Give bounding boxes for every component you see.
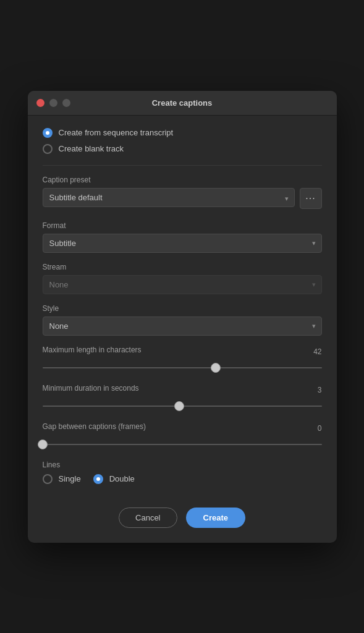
lines-double-label: Double xyxy=(109,474,135,483)
radio-blank[interactable] xyxy=(43,144,53,154)
title-bar: Create captions xyxy=(28,91,337,116)
close-button[interactable] xyxy=(36,99,44,107)
min-duration-thumb[interactable] xyxy=(174,401,184,411)
source-sequence-label: Create from sequence transcript xyxy=(59,128,174,137)
min-duration-track xyxy=(43,406,322,407)
gap-label: Gap between captions (frames) xyxy=(43,422,146,431)
min-duration-label: Minimum duration in seconds xyxy=(43,384,139,393)
gap-header: Gap between captions (frames) 0 xyxy=(43,422,322,435)
minimize-button[interactable] xyxy=(49,99,57,107)
gap-slider-container xyxy=(43,438,322,451)
lines-single-label: Single xyxy=(59,474,81,483)
format-select[interactable]: Subtitle xyxy=(43,234,322,253)
style-label: Style xyxy=(43,304,322,313)
lines-double-option[interactable]: Double xyxy=(93,474,135,484)
style-group: Style None ▾ xyxy=(43,304,322,336)
max-length-thumb[interactable] xyxy=(211,363,221,373)
dialog-title: Create captions xyxy=(152,98,213,108)
max-length-group: Maximum length in characters 42 xyxy=(43,346,322,374)
style-select-wrapper: None ▾ xyxy=(43,316,322,336)
gap-value: 0 xyxy=(318,424,322,433)
format-label: Format xyxy=(43,221,322,230)
caption-preset-group: Caption preset Subtitle default ▾ ··· xyxy=(43,176,322,209)
max-length-value: 42 xyxy=(313,347,321,356)
caption-preset-label: Caption preset xyxy=(43,176,322,184)
maximize-button[interactable] xyxy=(62,99,70,107)
divider-1 xyxy=(43,165,322,166)
lines-section: Lines Single Double xyxy=(43,461,322,490)
max-length-label: Maximum length in characters xyxy=(43,346,142,354)
lines-options: Single Double xyxy=(43,474,322,490)
stream-select[interactable]: None xyxy=(43,275,322,294)
window-controls xyxy=(36,99,70,107)
min-duration-header: Minimum duration in seconds 3 xyxy=(43,384,322,396)
gap-group: Gap between captions (frames) 0 xyxy=(43,422,322,451)
source-blank-label: Create blank track xyxy=(59,144,124,153)
format-select-wrapper: Subtitle ▾ xyxy=(43,234,322,253)
create-captions-dialog: Create captions Create from sequence tra… xyxy=(28,91,337,543)
max-length-slider-container xyxy=(43,362,322,374)
source-option-sequence[interactable]: Create from sequence transcript xyxy=(43,128,322,138)
stream-group: Stream None ▾ xyxy=(43,263,322,294)
stream-label: Stream xyxy=(43,263,322,271)
gap-thumb[interactable] xyxy=(38,440,48,449)
radio-sequence[interactable] xyxy=(43,128,53,138)
source-option-blank[interactable]: Create blank track xyxy=(43,144,322,154)
max-length-header: Maximum length in characters 42 xyxy=(43,346,322,358)
min-duration-group: Minimum duration in seconds 3 xyxy=(43,384,322,412)
radio-single[interactable] xyxy=(43,474,53,484)
min-duration-slider-container xyxy=(43,400,322,412)
preset-select-wrapper: Subtitle default ▾ xyxy=(43,188,295,209)
buttons-row: Cancel Create xyxy=(43,508,322,528)
caption-preset-select[interactable]: Subtitle default xyxy=(43,188,295,207)
source-radio-group: Create from sequence transcript Create b… xyxy=(43,128,322,154)
max-length-track xyxy=(43,367,322,368)
min-duration-value: 3 xyxy=(318,386,322,394)
style-select[interactable]: None xyxy=(43,316,322,336)
lines-label: Lines xyxy=(43,461,322,469)
format-group: Format Subtitle ▾ xyxy=(43,221,322,253)
create-button[interactable]: Create xyxy=(186,508,245,528)
more-options-button[interactable]: ··· xyxy=(300,188,322,209)
preset-row: Subtitle default ▾ ··· xyxy=(43,188,322,209)
dialog-content: Create from sequence transcript Create b… xyxy=(28,116,337,543)
cancel-button[interactable]: Cancel xyxy=(119,508,177,528)
lines-single-option[interactable]: Single xyxy=(43,474,81,484)
stream-select-wrapper: None ▾ xyxy=(43,275,322,294)
radio-double[interactable] xyxy=(93,474,103,484)
gap-track xyxy=(43,444,322,445)
